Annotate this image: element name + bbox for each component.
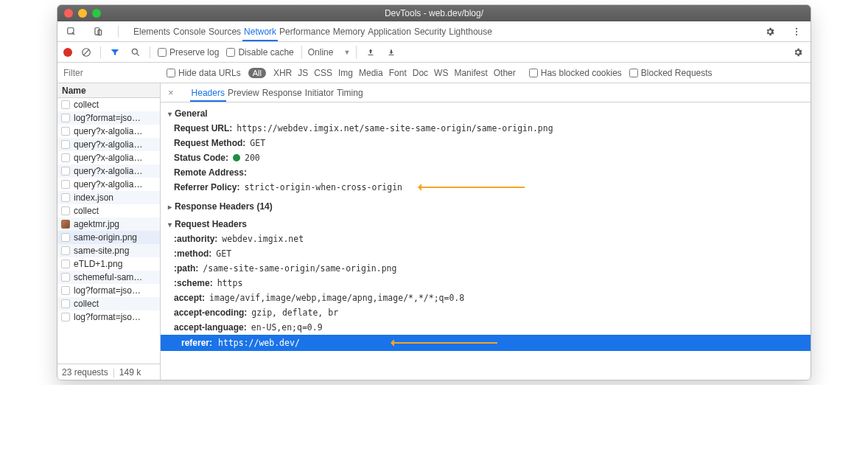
name-column-header[interactable]: Name: [57, 83, 160, 98]
type-filter-js[interactable]: JS: [298, 68, 308, 78]
type-filter-media[interactable]: Media: [359, 68, 383, 78]
panel-tab-console[interactable]: Console: [172, 22, 207, 41]
svg-point-3: [796, 27, 797, 29]
panel-tab-network[interactable]: Network: [242, 22, 278, 41]
request-list: collectlog?format=jso…query?x-algolia…qu…: [57, 98, 160, 364]
svg-line-9: [136, 53, 139, 55]
minimize-window-icon[interactable]: [78, 9, 87, 18]
close-window-icon[interactable]: [64, 9, 73, 18]
request-name: index.json: [74, 192, 113, 203]
request-row[interactable]: collect: [57, 204, 160, 218]
request-name: eTLD+1.png: [74, 259, 122, 269]
file-icon: [61, 153, 70, 162]
file-icon: [61, 127, 70, 136]
type-filter-xhr[interactable]: XHR: [273, 68, 292, 78]
scheme-value: https: [217, 278, 243, 288]
file-icon: [61, 220, 70, 229]
filter-bar: Hide data URLs All XHRJSCSSImgMediaFontD…: [57, 63, 811, 83]
devtools-window: DevTools - web.dev/blog/ ElementsConsole…: [57, 4, 811, 380]
request-row[interactable]: index.json: [57, 191, 160, 204]
panel-tab-memory[interactable]: Memory: [332, 22, 366, 41]
upload-har-icon[interactable]: [364, 46, 377, 59]
panel-tab-security[interactable]: Security: [413, 22, 447, 41]
authority-key: :authority:: [174, 234, 217, 244]
clear-icon[interactable]: [80, 46, 93, 59]
request-row[interactable]: collect: [57, 297, 160, 310]
request-row[interactable]: query?x-algolia…: [57, 178, 160, 191]
section-response-headers[interactable]: Response Headers (14): [168, 201, 803, 212]
download-har-icon[interactable]: [385, 46, 398, 59]
type-filters: XHRJSCSSImgMediaFontDocWSManifestOther: [273, 68, 522, 78]
device-toggle-icon[interactable]: [91, 25, 105, 38]
section-request-headers[interactable]: Request Headers: [168, 219, 803, 229]
accept-encoding-key: accept-encoding:: [174, 307, 247, 318]
throttle-select[interactable]: Online▼: [301, 46, 357, 59]
type-filter-img[interactable]: Img: [338, 68, 353, 78]
record-icon[interactable]: [63, 48, 72, 57]
request-row[interactable]: collect: [57, 98, 160, 111]
subtab-initiator[interactable]: Initiator: [304, 84, 335, 102]
type-filter-manifest[interactable]: Manifest: [454, 68, 487, 78]
search-icon[interactable]: [129, 46, 142, 59]
titlebar: DevTools - web.dev/blog/: [57, 5, 811, 21]
request-row[interactable]: log?format=jso…: [57, 310, 160, 324]
subtab-headers[interactable]: Headers: [190, 84, 226, 102]
referer-row: referer: https://web.dev/: [161, 335, 811, 351]
settings-icon[interactable]: [763, 25, 777, 38]
type-filter-css[interactable]: CSS: [314, 68, 332, 78]
request-row[interactable]: agektmr.jpg: [57, 218, 160, 231]
inspect-icon[interactable]: [65, 25, 78, 38]
request-row[interactable]: eTLD+1.png: [57, 257, 160, 271]
request-row[interactable]: same-site.png: [57, 244, 160, 257]
request-row[interactable]: log?format=jso…: [57, 284, 160, 297]
request-row[interactable]: query?x-algolia…: [57, 125, 160, 138]
filter-icon[interactable]: [108, 46, 122, 59]
blocked-cookies-checkbox[interactable]: Has blocked cookies: [529, 68, 622, 78]
referer-value: https://web.dev/: [218, 338, 300, 348]
file-icon: [61, 167, 70, 175]
divider: [100, 46, 101, 58]
close-icon[interactable]: ×: [168, 87, 174, 98]
type-filter-doc[interactable]: Doc: [413, 68, 428, 78]
divider: [118, 26, 119, 38]
disable-cache-checkbox[interactable]: Disable cache: [226, 47, 293, 58]
referrer-policy-value: strict-origin-when-cross-origin: [244, 182, 402, 192]
headers-view: General Request URL:https://webdev.imgix…: [161, 102, 811, 380]
panel-tab-elements[interactable]: Elements: [132, 22, 172, 41]
request-row[interactable]: same-origin.png: [57, 231, 160, 244]
panel-tab-lighthouse[interactable]: Lighthouse: [447, 22, 494, 41]
network-settings-icon[interactable]: [791, 46, 805, 59]
accept-language-key: accept-language:: [174, 322, 247, 333]
window-controls: [57, 9, 101, 18]
zoom-window-icon[interactable]: [92, 9, 101, 18]
file-icon: [61, 233, 70, 242]
type-all-pill[interactable]: All: [248, 68, 266, 78]
panel-tab-sources[interactable]: Sources: [207, 22, 242, 41]
subtab-preview[interactable]: Preview: [226, 84, 261, 102]
panel-tab-application[interactable]: Application: [366, 22, 413, 41]
status-dot-icon: [233, 154, 240, 161]
hide-data-urls-checkbox[interactable]: Hide data URLs: [167, 68, 241, 78]
request-name: query?x-algolia…: [74, 139, 142, 150]
request-row[interactable]: query?x-algolia…: [57, 138, 160, 151]
request-row[interactable]: query?x-algolia…: [57, 151, 160, 164]
type-filter-ws[interactable]: WS: [434, 68, 448, 78]
subtab-timing[interactable]: Timing: [335, 84, 365, 102]
request-row[interactable]: schemeful-sam…: [57, 271, 160, 284]
method-value: GET: [216, 248, 231, 259]
request-url-value: https://webdev.imgix.net/same-site-same-…: [237, 123, 553, 133]
more-icon[interactable]: [790, 25, 803, 38]
filter-input[interactable]: [63, 68, 159, 78]
accept-value: image/avif,image/webp,image/apng,image/*…: [209, 293, 464, 303]
request-row[interactable]: log?format=jso…: [57, 111, 160, 125]
blocked-requests-checkbox[interactable]: Blocked Requests: [629, 68, 713, 78]
request-row[interactable]: query?x-algolia…: [57, 164, 160, 178]
svg-point-5: [796, 34, 797, 35]
subtab-response[interactable]: Response: [261, 84, 304, 102]
scheme-key: :scheme:: [174, 278, 213, 288]
type-filter-other[interactable]: Other: [494, 68, 516, 78]
preserve-log-checkbox[interactable]: Preserve log: [158, 47, 219, 58]
section-general[interactable]: General: [168, 108, 803, 119]
type-filter-font[interactable]: Font: [389, 68, 407, 78]
panel-tab-performance[interactable]: Performance: [278, 22, 332, 41]
